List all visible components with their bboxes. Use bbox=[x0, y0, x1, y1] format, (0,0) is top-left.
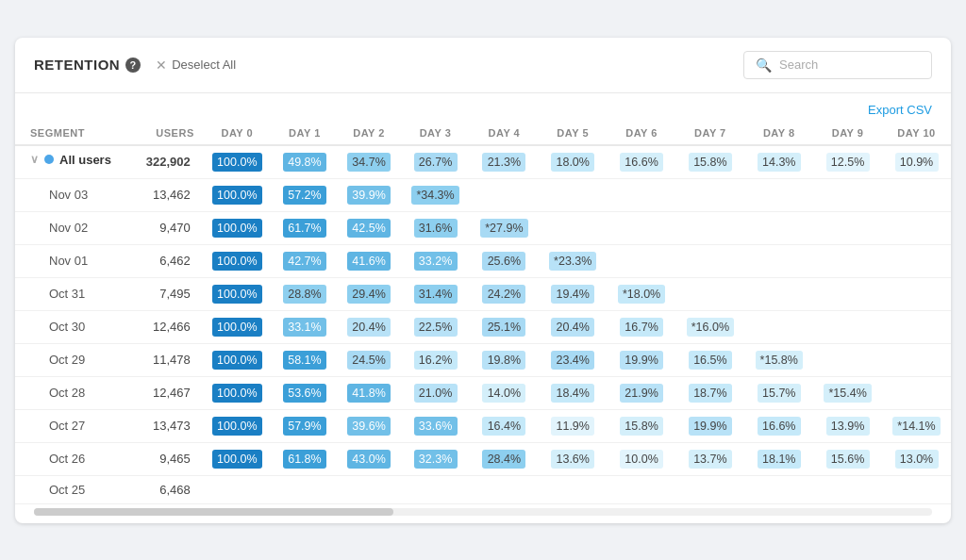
value-cell: 31.6% bbox=[401, 211, 470, 244]
value-cell: 18.4% bbox=[539, 376, 608, 409]
retention-value: 61.8% bbox=[283, 450, 326, 469]
horizontal-scrollbar[interactable] bbox=[34, 508, 932, 516]
col-day2: DAY 2 bbox=[337, 122, 401, 145]
value-cell bbox=[882, 475, 951, 503]
table-row: ∨ All users322,902100.0%49.8%34.7%26.7%2… bbox=[15, 145, 951, 179]
chevron-down-icon[interactable]: ∨ bbox=[30, 153, 39, 166]
value-cell: 16.6% bbox=[744, 409, 813, 442]
value-cell: 28.8% bbox=[273, 277, 337, 310]
table-row: Oct 269,465100.0%61.8%43.0%32.3%28.4%13.… bbox=[15, 442, 951, 475]
users-cell: 9,470 bbox=[129, 211, 202, 244]
retention-value: 100.0% bbox=[212, 252, 261, 271]
retention-value: 39.9% bbox=[347, 186, 391, 205]
search-input[interactable] bbox=[779, 58, 920, 72]
help-icon[interactable]: ? bbox=[125, 58, 141, 73]
value-cell: 42.7% bbox=[273, 244, 337, 277]
value-cell: 21.0% bbox=[401, 376, 470, 409]
col-users: USERS bbox=[129, 122, 202, 145]
export-row: Export CSV bbox=[15, 93, 951, 122]
retention-value: 12.5% bbox=[826, 153, 870, 172]
users-cell: 6,462 bbox=[129, 244, 202, 277]
value-cell bbox=[675, 211, 744, 244]
value-cell: 100.0% bbox=[202, 310, 273, 343]
retention-value: 25.6% bbox=[482, 252, 525, 271]
value-cell: 57.9% bbox=[273, 409, 337, 442]
segment-dot bbox=[44, 155, 54, 164]
col-day9: DAY 9 bbox=[813, 122, 882, 145]
table-row: Oct 2911,478100.0%58.1%24.5%16.2%19.8%23… bbox=[15, 343, 951, 376]
value-cell: 100.0% bbox=[202, 409, 273, 442]
value-cell bbox=[675, 178, 744, 211]
value-cell: 24.5% bbox=[337, 343, 401, 376]
value-cell: 41.6% bbox=[337, 244, 401, 277]
deselect-all-button[interactable]: ✕ Deselect All bbox=[156, 58, 236, 73]
retention-value: 26.7% bbox=[414, 153, 458, 172]
scroll-thumb[interactable] bbox=[34, 508, 393, 516]
value-cell: *16.0% bbox=[675, 310, 744, 343]
page-title: RETENTION ? bbox=[34, 57, 141, 73]
value-cell bbox=[813, 475, 882, 503]
retention-value: 10.0% bbox=[620, 450, 663, 469]
table-row: Nov 0313,462100.0%57.2%39.9%*34.3% bbox=[15, 178, 951, 211]
col-day1: DAY 1 bbox=[273, 122, 337, 145]
col-day0: DAY 0 bbox=[202, 122, 273, 145]
retention-value: 33.6% bbox=[414, 417, 458, 436]
retention-value: 100.0% bbox=[212, 318, 261, 337]
value-cell: 49.8% bbox=[273, 145, 337, 179]
retention-value: 100.0% bbox=[212, 450, 261, 469]
retention-value: 21.9% bbox=[620, 384, 663, 403]
retention-value: 15.8% bbox=[620, 417, 663, 436]
value-cell bbox=[608, 244, 676, 277]
retention-value: 29.4% bbox=[347, 285, 391, 304]
value-cell: 18.7% bbox=[675, 376, 744, 409]
value-cell: 100.0% bbox=[202, 211, 273, 244]
retention-value: *15.4% bbox=[824, 384, 871, 403]
value-cell: 21.3% bbox=[470, 145, 539, 179]
retention-value: 14.0% bbox=[482, 384, 525, 403]
retention-value: *15.8% bbox=[756, 351, 803, 370]
value-cell bbox=[337, 475, 401, 503]
value-cell: 19.9% bbox=[608, 343, 676, 376]
col-day7: DAY 7 bbox=[675, 122, 744, 145]
col-day4: DAY 4 bbox=[470, 122, 539, 145]
value-cell: 16.2% bbox=[401, 343, 470, 376]
value-cell: *15.8% bbox=[744, 343, 813, 376]
value-cell: 13.7% bbox=[675, 442, 744, 475]
value-cell bbox=[608, 211, 676, 244]
top-bar: RETENTION ? ✕ Deselect All 🔍 bbox=[15, 38, 951, 93]
retention-value: 42.5% bbox=[347, 219, 391, 238]
deselect-label: Deselect All bbox=[172, 58, 236, 72]
value-cell bbox=[401, 475, 470, 503]
retention-value: 28.8% bbox=[283, 285, 326, 304]
retention-value: 23.4% bbox=[551, 351, 594, 370]
value-cell: 13.6% bbox=[539, 442, 608, 475]
export-csv-button[interactable]: Export CSV bbox=[868, 103, 932, 117]
value-cell bbox=[539, 178, 608, 211]
retention-value: 32.3% bbox=[414, 450, 458, 469]
col-segment: SEGMENT bbox=[15, 122, 129, 145]
retention-value: 53.6% bbox=[283, 384, 326, 403]
retention-value: 11.9% bbox=[551, 417, 594, 436]
value-cell: *18.0% bbox=[608, 277, 676, 310]
value-cell: 26.7% bbox=[401, 145, 470, 179]
retention-value: 100.0% bbox=[212, 153, 261, 172]
value-cell: 15.8% bbox=[608, 409, 676, 442]
retention-value: 18.7% bbox=[689, 384, 732, 403]
retention-value: 14.3% bbox=[758, 153, 801, 172]
users-cell: 7,495 bbox=[129, 277, 202, 310]
value-cell bbox=[813, 178, 882, 211]
retention-table: SEGMENT USERS DAY 0 DAY 1 DAY 2 DAY 3 DA… bbox=[15, 122, 951, 504]
users-cell: 12,466 bbox=[129, 310, 202, 343]
retention-card: RETENTION ? ✕ Deselect All 🔍 Export CSV … bbox=[15, 38, 951, 523]
retention-value: 13.9% bbox=[826, 417, 870, 436]
users-cell: 9,465 bbox=[129, 442, 202, 475]
value-cell bbox=[608, 178, 676, 211]
value-cell: 33.6% bbox=[401, 409, 470, 442]
retention-value: 16.7% bbox=[620, 318, 663, 337]
retention-value: 13.6% bbox=[551, 450, 594, 469]
value-cell: *34.3% bbox=[401, 178, 470, 211]
value-cell bbox=[675, 475, 744, 503]
value-cell: 61.8% bbox=[273, 442, 337, 475]
retention-value: 42.7% bbox=[283, 252, 326, 271]
retention-value: 19.9% bbox=[689, 417, 732, 436]
